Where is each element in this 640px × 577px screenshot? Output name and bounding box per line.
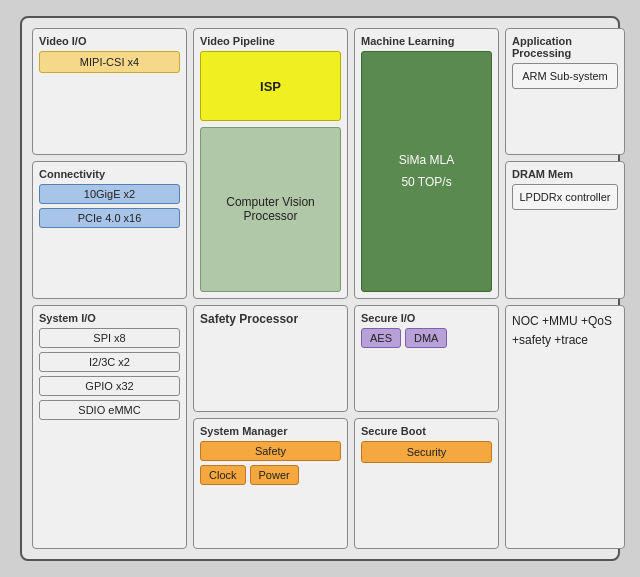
security-chip: Security [361,441,492,463]
spi-chip: SPI x8 [39,328,180,348]
video-pipeline-title: Video Pipeline [200,35,341,47]
cv-chip: Computer Vision Processor [200,127,341,292]
isp-chip: ISP [200,51,341,121]
system-io-title: System I/O [39,312,180,324]
safety-processor-title: Safety Processor [200,312,341,326]
noc-block: NOC +MMU +QoS +safety +trace [505,305,625,550]
system-io-block: System I/O SPI x8 I2/3C x2 GPIO x32 SDIO… [32,305,187,550]
gigE-chip: 10GigE x2 [39,184,180,204]
connectivity-title: Connectivity [39,168,180,180]
video-pipeline-block: Video Pipeline ISP Computer Vision Proce… [193,28,348,299]
machine-learning-block: Machine Learning SiMa MLA 50 TOP/s [354,28,499,299]
connectivity-block: Connectivity 10GigE x2 PCIe 4.0 x16 [32,161,187,298]
arm-chip: ARM Sub-system [512,63,618,89]
dram-mem-block: DRAM Mem LPDDRx controller [505,161,625,298]
dma-chip: DMA [405,328,447,348]
system-manager-block: System Manager Safety Clock Power [193,418,348,549]
mipi-csi-chip: MIPI-CSI x4 [39,51,180,73]
secure-io-chips: AES DMA [361,328,492,348]
lpddr-chip: LPDDRx controller [512,184,618,210]
power-chip: Power [250,465,299,485]
pcie-chip: PCIe 4.0 x16 [39,208,180,228]
clock-chip: Clock [200,465,246,485]
sima-label: SiMa MLA [399,153,454,167]
system-manager-title: System Manager [200,425,341,437]
aes-chip: AES [361,328,401,348]
dram-mem-title: DRAM Mem [512,168,618,180]
secure-io-block: Secure I/O AES DMA [354,305,499,412]
app-processing-block: Application Processing ARM Sub-system [505,28,625,155]
sdio-chip: SDIO eMMC [39,400,180,420]
app-processing-title: Application Processing [512,35,618,59]
machine-learning-title: Machine Learning [361,35,492,47]
gpio-chip: GPIO x32 [39,376,180,396]
video-io-title: Video I/O [39,35,180,47]
i2c-chip: I2/3C x2 [39,352,180,372]
chip-diagram: Video I/O MIPI-CSI x4 Video Pipeline ISP… [20,16,620,561]
secure-io-title: Secure I/O [361,312,492,324]
safety-processor-block: Safety Processor [193,305,348,412]
video-io-block: Video I/O MIPI-CSI x4 [32,28,187,155]
secure-boot-title: Secure Boot [361,425,492,437]
noc-text: NOC +MMU +QoS +safety +trace [512,312,618,350]
tops-label: 50 TOP/s [401,175,451,189]
ml-inner-chip: SiMa MLA 50 TOP/s [361,51,492,292]
secure-boot-block: Secure Boot Security [354,418,499,549]
safety-chip: Safety [200,441,341,461]
